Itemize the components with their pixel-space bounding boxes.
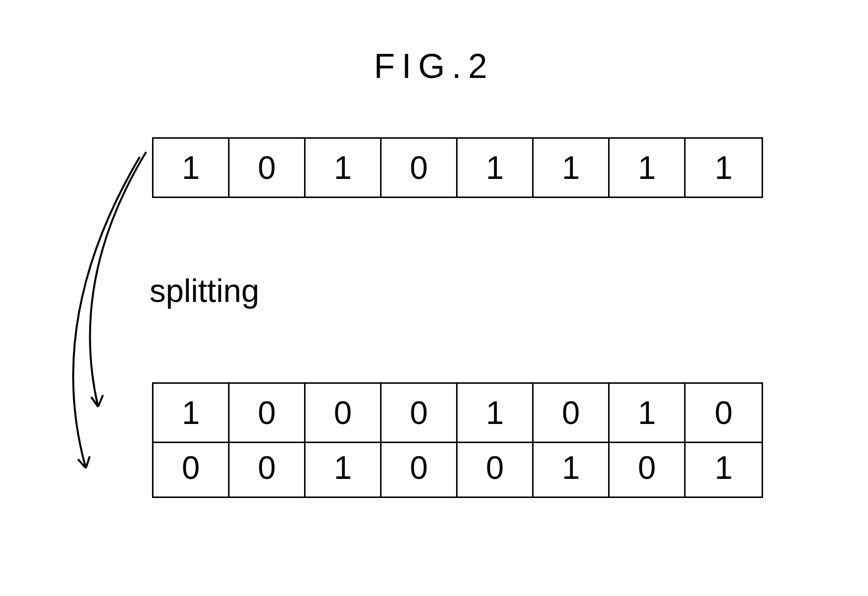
- bit-cell: 0: [230, 439, 306, 497]
- bit-cell: 0: [686, 384, 762, 442]
- bit-cell: 1: [686, 139, 762, 197]
- figure-title: FIG.2: [374, 47, 494, 86]
- bit-cell: 1: [458, 384, 534, 442]
- bit-cell: 1: [153, 139, 230, 197]
- bit-cell: 0: [230, 139, 306, 197]
- bit-cell: 0: [382, 384, 458, 442]
- bit-cell: 0: [306, 384, 382, 442]
- bit-cell: 0: [230, 384, 306, 442]
- bit-cell: 0: [382, 139, 458, 197]
- bit-cell: 1: [153, 384, 230, 442]
- bit-row-original: 1 0 1 0 1 1 1 1: [152, 137, 763, 198]
- splitting-arrows: [64, 142, 162, 500]
- bit-cell: 1: [610, 384, 686, 442]
- splitting-label: splitting: [150, 272, 259, 309]
- bit-cell: 1: [610, 139, 686, 197]
- bit-row-split-1: 1 0 0 0 1 0 1 0: [152, 382, 763, 443]
- bit-cell: 0: [153, 439, 230, 497]
- bit-cell: 1: [534, 139, 610, 197]
- bit-cell: 1: [686, 439, 762, 497]
- bit-cell: 1: [534, 439, 610, 497]
- bit-cell: 1: [458, 139, 534, 197]
- bit-row-split-2: 0 0 1 0 0 1 0 1: [152, 439, 763, 498]
- bit-cell: 1: [306, 139, 382, 197]
- bit-cell: 1: [306, 439, 382, 497]
- bit-cell: 0: [610, 439, 686, 497]
- bit-cell: 0: [382, 439, 458, 497]
- bit-cell: 0: [458, 439, 534, 497]
- bit-cell: 0: [534, 384, 610, 442]
